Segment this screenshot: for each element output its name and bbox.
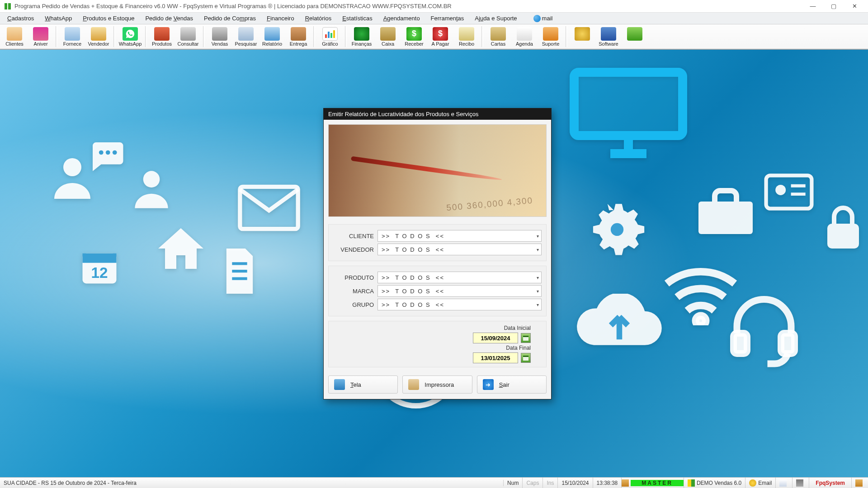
field-group-product: PRODUTO ▾ MARCA ▾ GRUPO bbox=[328, 266, 547, 316]
menu-pedido-compras[interactable]: Pedido de Compras bbox=[199, 14, 260, 23]
svg-point-10 bbox=[143, 171, 160, 188]
envelope-icon bbox=[779, 479, 787, 487]
marca-input[interactable] bbox=[377, 285, 542, 297]
products-icon bbox=[154, 27, 170, 41]
menu-ajuda-suporte[interactable]: Ajuda e Suporte bbox=[470, 14, 521, 23]
toolbar-separator bbox=[345, 26, 347, 47]
calendar-button-initial[interactable] bbox=[521, 333, 531, 343]
field-group-dates: Data Inicial Data Final bbox=[328, 321, 547, 367]
toolbar-suporte[interactable]: Suporte bbox=[538, 25, 563, 48]
maximize-button[interactable]: ▢ bbox=[824, 0, 844, 12]
marca-combo[interactable]: ▾ bbox=[377, 285, 542, 297]
menu-produtos-estoque[interactable]: Produtos e Estoque bbox=[78, 14, 139, 23]
toolbar-apagar[interactable]: $A Pagar bbox=[428, 25, 453, 48]
document-icon bbox=[217, 244, 262, 300]
toolbar-fornece[interactable]: Fornece bbox=[60, 25, 85, 48]
status-num: Num bbox=[504, 478, 523, 488]
menu-agendamento[interactable]: Agendamento bbox=[379, 14, 425, 23]
svg-rect-15 bbox=[574, 72, 683, 136]
tela-button[interactable]: Tela bbox=[328, 375, 398, 394]
svg-rect-21 bbox=[827, 224, 859, 249]
receipt-icon bbox=[459, 27, 474, 41]
status-email[interactable]: Email bbox=[745, 478, 776, 488]
dialog-hero-image bbox=[328, 124, 547, 217]
toolbar-grafico[interactable]: Gráfico bbox=[317, 25, 343, 48]
menu-cadastros[interactable]: Cadastros bbox=[3, 14, 38, 23]
briefcase-icon bbox=[692, 185, 760, 241]
svg-rect-23 bbox=[734, 333, 747, 354]
status-users-icon[interactable] bbox=[852, 478, 868, 488]
menu-pedido-vendas[interactable]: Pedido de Vendas bbox=[141, 14, 198, 23]
workspace-background: 12 Emitir Relatório de Lucratividade dos… bbox=[0, 50, 868, 477]
toolbar-clientes[interactable]: Clientes bbox=[2, 25, 27, 48]
toolbar-software[interactable]: Software bbox=[596, 25, 621, 48]
toolbar-separator bbox=[203, 26, 205, 47]
calendar-button-final[interactable] bbox=[521, 353, 531, 363]
toolbar-vendedor[interactable]: Vendedor bbox=[86, 25, 111, 48]
window-controls: — ▢ ✕ bbox=[803, 0, 864, 12]
printer-icon bbox=[408, 379, 419, 390]
svg-point-7 bbox=[99, 150, 104, 155]
svg-rect-13 bbox=[83, 253, 117, 263]
toolbar-entrega[interactable]: Entrega bbox=[286, 25, 311, 48]
menu-relatorios[interactable]: Relatórios bbox=[301, 14, 336, 23]
toolbar-caixa[interactable]: Caixa bbox=[375, 25, 401, 48]
toolbar-separator bbox=[113, 26, 115, 47]
menu-financeiro[interactable]: Financeiro bbox=[262, 14, 299, 23]
status-monitor-icon[interactable] bbox=[793, 478, 809, 488]
status-demo[interactable]: DEMO Vendas 6.0 bbox=[684, 478, 745, 488]
star-icon bbox=[749, 479, 756, 487]
toolbar-coin[interactable] bbox=[570, 25, 595, 48]
toolbar-cartas[interactable]: Cartas bbox=[486, 25, 511, 48]
window-titlebar: Programa Pedido de Vendas + Estoque & Fi… bbox=[0, 0, 868, 13]
data-inicial-input[interactable] bbox=[473, 333, 518, 343]
toolbar-recibo[interactable]: Recibo bbox=[454, 25, 479, 48]
toolbar-produtos[interactable]: Produtos bbox=[149, 25, 175, 48]
produto-combo[interactable]: ▾ bbox=[377, 272, 542, 283]
window-title: Programa Pedido de Vendas + Estoque & Fi… bbox=[14, 3, 803, 9]
toolbar-relatorio[interactable]: Relatório bbox=[259, 25, 285, 48]
grupo-combo[interactable]: ▾ bbox=[377, 299, 542, 310]
letters-icon bbox=[491, 27, 506, 41]
gears-icon bbox=[579, 194, 656, 273]
status-mail-icon[interactable] bbox=[776, 478, 793, 488]
svg-point-6 bbox=[63, 158, 81, 176]
sair-button[interactable]: ➜ Sair bbox=[477, 375, 547, 394]
arrow-right-icon: ➜ bbox=[483, 379, 494, 390]
toolbar-consultar[interactable]: Consultar bbox=[175, 25, 201, 48]
close-window-button[interactable]: ✕ bbox=[844, 0, 864, 12]
menu-mail[interactable]: mail bbox=[529, 14, 557, 23]
status-ins: Ins bbox=[543, 478, 558, 488]
impressora-button[interactable]: Impressora bbox=[402, 375, 472, 394]
toolbar-agenda[interactable]: Agenda bbox=[512, 25, 537, 48]
calendar-icon: 12 bbox=[77, 244, 122, 291]
grupo-input[interactable] bbox=[377, 299, 542, 310]
toolbar-financas[interactable]: Finanças bbox=[349, 25, 374, 48]
house-icon bbox=[154, 221, 208, 277]
cliente-input[interactable] bbox=[377, 230, 542, 242]
produto-input[interactable] bbox=[377, 272, 542, 283]
svg-point-22 bbox=[696, 316, 706, 325]
toolbar-exit[interactable] bbox=[622, 25, 647, 48]
svg-rect-19 bbox=[766, 175, 812, 208]
report-dialog: Emitir Relatório de Lucratividade dos Pr… bbox=[323, 108, 552, 399]
status-fpq[interactable]: FpqSystem bbox=[809, 478, 852, 488]
menu-ferramentas[interactable]: Ferramentas bbox=[426, 14, 469, 23]
exit-icon bbox=[627, 27, 642, 41]
data-final-label: Data Final bbox=[506, 345, 531, 351]
people-icon bbox=[855, 479, 863, 487]
toolbar-pesquisar[interactable]: Pesquisar bbox=[233, 25, 259, 48]
vendedor-input[interactable] bbox=[377, 244, 542, 255]
toolbar-vendas[interactable]: Vendas bbox=[207, 25, 232, 48]
cliente-combo[interactable]: ▾ bbox=[377, 230, 542, 242]
menu-estatisticas[interactable]: Estatísticas bbox=[338, 14, 377, 23]
toolbar-aniver[interactable]: Aniver bbox=[28, 25, 53, 48]
data-final-input[interactable] bbox=[473, 352, 518, 363]
menu-whatsapp[interactable]: WhatsApp bbox=[40, 14, 76, 23]
status-master: MASTER bbox=[631, 480, 684, 486]
svg-rect-5 bbox=[333, 30, 335, 38]
vendedor-combo[interactable]: ▾ bbox=[377, 244, 542, 255]
minimize-button[interactable]: — bbox=[803, 0, 823, 12]
toolbar-receber[interactable]: $Receber bbox=[401, 25, 427, 48]
toolbar-whatsapp[interactable]: WhatsApp bbox=[118, 25, 143, 48]
